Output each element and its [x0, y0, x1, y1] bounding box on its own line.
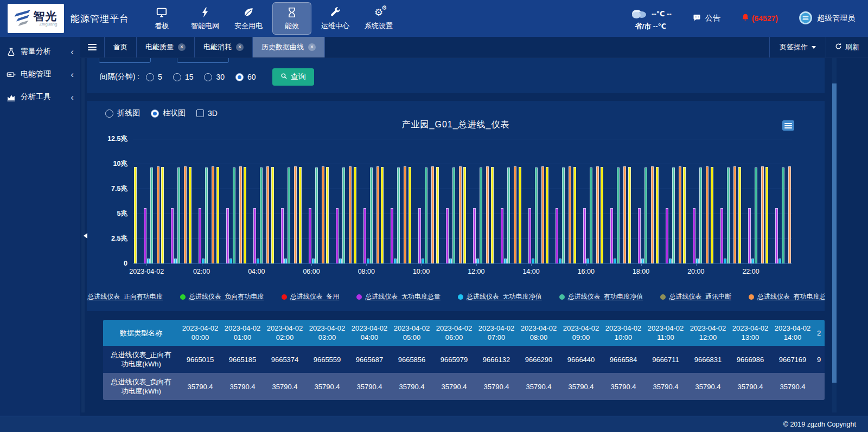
sidebar-item-label: 电能管理	[21, 69, 51, 79]
legend-item[interactable]: 总进线仪表_正向有功电度	[87, 292, 163, 301]
nav-item-wrench[interactable]: 运维中心	[316, 2, 355, 35]
tab-close-icon[interactable]: ×	[178, 43, 186, 51]
legend-item[interactable]: 总进线仪表_无功电度总量	[356, 292, 441, 301]
tab-close-icon[interactable]: ×	[236, 43, 244, 51]
scrollbar-thumb[interactable]	[832, 83, 837, 383]
bar-group-06:00	[298, 139, 326, 263]
tab-label: 电能质量	[145, 42, 174, 52]
bar	[569, 166, 571, 263]
caret-down-icon	[812, 46, 816, 51]
chart-type-label: 折线图	[117, 108, 140, 118]
copyright-text: © 2019 zgzdh Copyright	[783, 421, 856, 428]
sidebar-collapse-handle[interactable]	[81, 228, 87, 244]
bar	[271, 167, 274, 263]
refresh-button[interactable]: 刷新	[826, 37, 868, 57]
sidebar: 需量分析‹电能管理‹分析工具‹	[0, 37, 80, 416]
announcement-button[interactable]: 公告	[692, 14, 720, 24]
table-cell: 9665856	[391, 346, 433, 373]
legend-item[interactable]: 总进线仪表_有功电度总量	[749, 292, 825, 301]
lightning-icon	[199, 7, 211, 18]
nav-item-gears[interactable]: ⚙⚙系统设置	[359, 2, 398, 35]
bar	[748, 208, 751, 263]
table-cell: 35790.4	[391, 373, 433, 400]
header-date: 2023-04-02	[182, 324, 219, 333]
legend-item[interactable]: 总进线仪表_通讯中断	[660, 292, 731, 301]
table-header-cell: 2023-04-0210:00	[602, 320, 644, 346]
bar	[339, 259, 342, 263]
radio-chart-type-0[interactable]	[105, 109, 113, 118]
chart-type-option-0[interactable]: 折线图	[105, 108, 140, 118]
legend-item[interactable]: 总进线仪表_负向有功电度	[180, 292, 264, 301]
nav-item-hourglass[interactable]: 能效	[272, 2, 311, 35]
date-range-row: 2023-04-02 2023-04-02	[87, 57, 825, 63]
tab-3[interactable]: 历史数据曲线×	[253, 37, 325, 57]
sidebar-item-battery[interactable]: 电能管理‹	[0, 63, 80, 86]
bar	[590, 167, 592, 263]
table-cell: 9666584	[602, 346, 644, 373]
row-label: 总进线仪表_正向有功电度(kWh)	[103, 346, 179, 373]
tab-1[interactable]: 电能质量×	[137, 37, 195, 57]
wrench-icon	[329, 7, 341, 18]
table-header-cell: 2023-04-0205:00	[391, 320, 433, 346]
radio-chart-type-1[interactable]	[151, 109, 159, 118]
cell-value: 35790.4	[442, 382, 467, 391]
bar-group-04:00	[243, 139, 271, 263]
bar-group-05:00	[270, 139, 298, 263]
legend-item[interactable]: 总进线仪表_无功电度净值	[458, 292, 542, 301]
search-button[interactable]: 查询	[272, 68, 314, 86]
tab-0[interactable]: 首页	[105, 37, 137, 57]
x-axis-tick	[202, 264, 202, 266]
brand-logo[interactable]: 智光 Zhiguang	[8, 4, 64, 33]
legend-item[interactable]: 总进线仪表_备用	[282, 292, 340, 301]
bar	[480, 167, 482, 263]
interval-option-30[interactable]: 30	[204, 73, 225, 81]
header-time: 02:00	[276, 333, 294, 342]
radio-interval-30[interactable]	[204, 73, 212, 81]
header-date: 2023-04-02	[352, 324, 388, 333]
nav-item-lightning[interactable]: 智能电网	[186, 2, 225, 35]
tab-operations-label: 页签操作	[780, 42, 808, 52]
bar	[504, 259, 507, 263]
user-menu[interactable]: 超级管理员	[799, 11, 855, 27]
interval-option-60[interactable]: 60	[235, 73, 256, 81]
legend-dot	[458, 294, 463, 300]
start-date-input[interactable]: 2023-04-02	[99, 57, 151, 63]
alarm-button[interactable]: (64527)	[741, 13, 778, 24]
bar	[266, 166, 269, 263]
vertical-scrollbar[interactable]	[832, 57, 837, 412]
sidebar-item-flask[interactable]: 需量分析‹	[0, 40, 80, 63]
tab-2[interactable]: 电能消耗×	[195, 37, 253, 57]
bar	[199, 208, 201, 263]
bar	[610, 208, 613, 263]
chevron-left-icon: ‹	[71, 47, 74, 56]
cell-value: 9666986	[737, 355, 764, 364]
nav-item-monitor[interactable]: 看板	[142, 2, 181, 35]
bar	[666, 208, 668, 263]
bar	[528, 208, 531, 263]
interval-option-15[interactable]: 15	[173, 73, 194, 81]
interval-option-label: 30	[216, 73, 225, 81]
header-time: 13:00	[742, 333, 760, 342]
checkbox-chart-type-2[interactable]	[196, 109, 204, 117]
chart-type-option-2[interactable]: 3D	[196, 109, 218, 118]
end-date-input[interactable]: 2023-04-02	[177, 57, 229, 63]
chart-export-menu-button[interactable]	[782, 120, 794, 131]
radio-interval-5[interactable]	[146, 73, 154, 81]
tab-operations-dropdown[interactable]: 页签操作	[769, 37, 826, 57]
bar	[755, 167, 757, 263]
y-axis-label: 7.5兆	[111, 184, 127, 194]
interval-option-5[interactable]: 5	[146, 73, 162, 81]
tab-close-icon[interactable]: ×	[308, 43, 316, 51]
chart-type-option-1[interactable]: 柱状图	[151, 108, 186, 118]
legend-item[interactable]: 总进线仪表_有功电度净值	[559, 292, 643, 301]
tab-menu-button[interactable]	[80, 37, 105, 57]
x-axis-label: 02:00	[193, 268, 210, 275]
sidebar-item-chart[interactable]: 分析工具‹	[0, 86, 80, 108]
table-cell: 9666290	[518, 346, 560, 373]
header-date: 2023-04-02	[225, 324, 261, 333]
radio-interval-15[interactable]	[173, 73, 181, 81]
chevron-left-icon: ‹	[71, 93, 74, 102]
nav-item-leaf[interactable]: 安全用电	[229, 2, 268, 35]
radio-interval-60[interactable]	[235, 73, 244, 81]
x-axis-tick	[366, 264, 367, 266]
